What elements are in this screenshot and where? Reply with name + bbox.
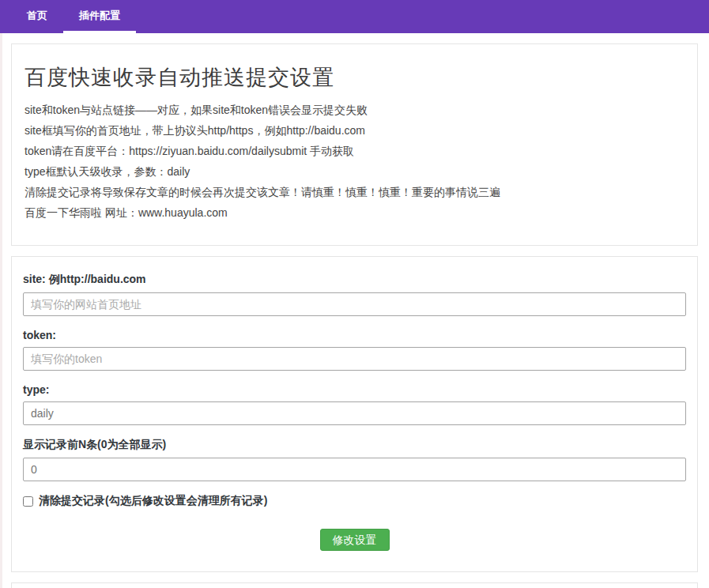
intro-line: site和token与站点链接——对应，如果site和token错误会显示提交失… xyxy=(25,100,684,120)
token-field-group: token: xyxy=(23,329,686,371)
token-input[interactable] xyxy=(23,347,686,371)
clear-records-label: 清除提交记录(勾选后修改设置会清理所有记录) xyxy=(39,494,267,508)
clear-records-row: 清除提交记录(勾选后修改设置会清理所有记录) xyxy=(23,494,686,508)
page-left-edge xyxy=(0,33,2,588)
intro-line: 清除提交记录将导致保存文章的时候会再次提交该文章！请慎重！慎重！慎重！重要的事情… xyxy=(25,182,684,202)
record-count-field-group: 显示记录前N条(0为全部显示) xyxy=(23,438,686,481)
intro-card: 百度快速收录自动推送提交设置 site和token与站点链接——对应，如果sit… xyxy=(11,43,698,246)
save-settings-button[interactable]: 修改设置 xyxy=(320,529,390,551)
submit-row: 修改设置 xyxy=(23,526,686,559)
settings-form-card: site: 例http://baidu.com token: type: 显示记… xyxy=(11,256,698,572)
tab-home[interactable]: 首页 xyxy=(11,0,63,33)
site-field-label: site: 例http://baidu.com xyxy=(23,273,686,287)
intro-line: 百度一下华雨啦 网址：www.huayula.com xyxy=(25,202,684,223)
tab-plugin-config[interactable]: 插件配置 xyxy=(63,0,136,33)
record-count-input[interactable] xyxy=(23,458,686,481)
site-input[interactable] xyxy=(23,292,686,316)
type-input[interactable] xyxy=(23,401,686,425)
intro-line: site框填写你的首页地址，带上协议头http/https，例如http://b… xyxy=(25,120,684,141)
record-count-field-label: 显示记录前N条(0为全部显示) xyxy=(23,438,686,452)
intro-line: type框默认天级收录，参数：daily xyxy=(25,161,684,182)
type-field-group: type: xyxy=(23,383,686,425)
records-card: 提交网址 提交状态 提交时间 错误原因 xyxy=(11,582,698,588)
top-nav-bar: 首页 插件配置 xyxy=(0,0,709,33)
page-title: 百度快速收录自动推送提交设置 xyxy=(25,63,684,92)
type-field-label: type: xyxy=(23,383,686,396)
site-field-group: site: 例http://baidu.com xyxy=(23,273,686,316)
token-field-label: token: xyxy=(23,329,686,341)
clear-records-checkbox[interactable] xyxy=(23,496,33,507)
intro-line: token请在百度平台：https://ziyuan.baidu.com/dai… xyxy=(25,141,684,161)
